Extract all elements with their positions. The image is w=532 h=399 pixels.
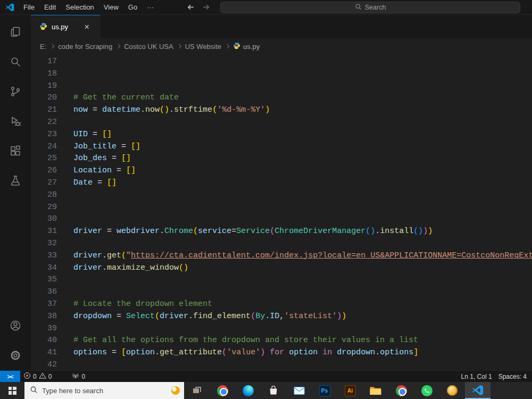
code-line[interactable]: 36 <box>31 286 532 298</box>
code-line[interactable]: 33driver.get("https://cta.cadienttalent.… <box>31 250 532 262</box>
vscode-window: FileEditSelectionViewGo ··· Search <box>0 0 532 399</box>
vscode-taskbar-icon[interactable] <box>465 382 491 399</box>
code-line[interactable]: 41options = [option.get_attribute('value… <box>31 347 532 359</box>
code-line[interactable]: 35 <box>31 274 532 286</box>
breadcrumb-item[interactable]: E: <box>40 43 46 51</box>
coin-taskbar-icon[interactable] <box>439 382 465 399</box>
taskbar-search[interactable] <box>24 382 184 399</box>
code-line[interactable]: 24Job_title = [] <box>31 141 532 153</box>
line-number: 36 <box>31 286 57 298</box>
explorer-icon[interactable] <box>3 17 28 47</box>
chrome-taskbar-icon[interactable] <box>210 382 235 399</box>
run-debug-icon[interactable] <box>3 106 28 136</box>
error-icon <box>23 372 31 381</box>
edge-taskbar-icon[interactable] <box>235 382 261 399</box>
testing-icon[interactable] <box>3 166 28 196</box>
line-number: 33 <box>31 250 57 262</box>
whatsapp-taskbar-icon[interactable] <box>414 382 439 399</box>
breadcrumb-file[interactable]: us.py <box>233 42 260 51</box>
code-line[interactable]: 21now = datetime.now().strftime('%d-%m-%… <box>31 104 532 117</box>
photoshop-taskbar-icon[interactable]: Ps <box>312 382 337 399</box>
start-button[interactable] <box>0 382 24 399</box>
line-number: 40 <box>31 335 57 347</box>
history-nav <box>186 3 211 12</box>
menu-file[interactable]: File <box>19 2 39 13</box>
code-text: dropdown = Select(driver.find_element(By… <box>73 311 346 323</box>
forward-arrow-icon[interactable] <box>202 3 211 12</box>
menu-more[interactable]: ··· <box>142 2 159 13</box>
code-line[interactable]: 31driver = webdriver.Chrome(service=Serv… <box>31 226 532 238</box>
activity-bar-top <box>0 17 31 196</box>
code-line[interactable]: 38dropdown = Select(driver.find_element(… <box>31 311 532 323</box>
line-number: 18 <box>31 68 57 80</box>
settings-icon[interactable] <box>3 340 28 370</box>
menu-bar: FileEditSelectionViewGo <box>19 2 142 13</box>
mail-taskbar-icon[interactable] <box>286 382 312 399</box>
accounts-icon[interactable] <box>3 311 28 340</box>
code-line[interactable]: 27Date = [] <box>31 177 532 189</box>
editor-lines: 17181920# Get the current date21now = da… <box>31 56 532 370</box>
file-explorer-taskbar-icon[interactable] <box>363 382 388 399</box>
problems-indicator[interactable]: 0 0 <box>20 371 55 382</box>
code-line[interactable]: 23UID = [] <box>31 129 532 141</box>
task-view-taskbar-icon[interactable] <box>184 382 210 399</box>
store-taskbar-icon[interactable] <box>261 382 286 399</box>
code-line[interactable]: 22 <box>31 117 532 129</box>
search-icon[interactable] <box>3 47 28 77</box>
close-icon[interactable]: × <box>82 22 92 32</box>
code-line[interactable]: 40# Get all the options from the dropdow… <box>31 335 532 347</box>
warning-icon <box>39 372 46 381</box>
tab-us-py[interactable]: us.py × <box>31 15 100 38</box>
taskbar-apps: PsAi <box>184 382 491 399</box>
ports-indicator[interactable]: 0 <box>69 371 88 382</box>
code-line[interactable]: 26Location = [] <box>31 165 532 177</box>
code-line[interactable]: 17 <box>31 56 532 68</box>
menu-selection[interactable]: Selection <box>61 2 98 13</box>
code-line[interactable]: 30 <box>31 213 532 226</box>
breadcrumb-item[interactable]: Costco UK USA <box>124 43 173 51</box>
code-line[interactable]: 18 <box>31 68 532 80</box>
code-line[interactable]: 29 <box>31 202 532 214</box>
chrome-2-taskbar-icon[interactable] <box>388 382 414 399</box>
breadcrumb-item[interactable]: code for Scraping <box>58 43 112 51</box>
main-area: us.py × E:code for ScrapingCostco UK USA… <box>0 15 532 370</box>
cursor-position[interactable]: Ln 1, Col 1 <box>458 373 495 380</box>
search-highlights-icon[interactable] <box>171 386 180 395</box>
code-text: Location = [] <box>73 165 136 177</box>
extensions-icon[interactable] <box>3 136 28 166</box>
menu-go[interactable]: Go <box>123 2 142 13</box>
python-file-icon <box>233 42 240 51</box>
menu-edit[interactable]: Edit <box>39 2 61 13</box>
warning-count: 0 <box>48 373 52 380</box>
code-line[interactable]: 32 <box>31 238 532 250</box>
taskbar-search-input[interactable] <box>42 387 167 395</box>
code-line[interactable]: 20# Get the current date <box>31 92 532 104</box>
search-icon <box>355 3 362 12</box>
tab-label: us.py <box>52 23 68 31</box>
line-number: 23 <box>31 129 57 141</box>
code-text: Job_title = [] <box>73 141 140 153</box>
menu-view[interactable]: View <box>99 2 123 13</box>
line-number: 37 <box>31 298 57 311</box>
editor[interactable]: 17181920# Get the current date21now = da… <box>31 54 532 370</box>
code-text: options = [option.get_attribute('value')… <box>73 347 418 359</box>
broadcast-count: 0 <box>81 373 85 380</box>
remote-indicator[interactable]: >< <box>0 371 20 382</box>
breadcrumb-item[interactable]: US Website <box>185 43 221 51</box>
line-number: 19 <box>31 80 57 93</box>
line-number: 25 <box>31 153 57 165</box>
code-line[interactable]: 19 <box>31 80 532 93</box>
code-line[interactable]: 42 <box>31 359 532 370</box>
illustrator-taskbar-icon[interactable]: Ai <box>337 382 363 399</box>
activity-bar-bottom <box>0 311 31 370</box>
code-line[interactable]: 25Job_des = [] <box>31 153 532 165</box>
source-control-icon[interactable] <box>3 77 28 106</box>
line-number: 29 <box>31 202 57 214</box>
command-center-search[interactable]: Search <box>220 2 520 13</box>
code-line[interactable]: 28 <box>31 189 532 202</box>
back-arrow-icon[interactable] <box>186 3 195 12</box>
indentation-setting[interactable]: Spaces: 4 <box>495 373 530 380</box>
code-line[interactable]: 37# Locate the dropdown element <box>31 298 532 311</box>
code-line[interactable]: 39 <box>31 323 532 335</box>
code-line[interactable]: 34driver.maximize_window() <box>31 262 532 275</box>
